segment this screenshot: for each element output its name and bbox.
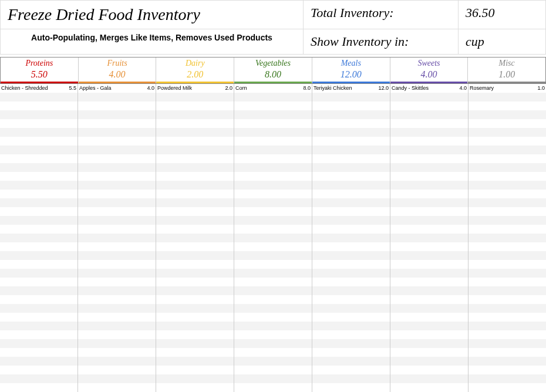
item-name-cell[interactable] [312, 278, 376, 286]
item-qty-cell[interactable] [376, 146, 390, 154]
data-row[interactable] [469, 163, 546, 172]
item-qty-cell[interactable] [532, 163, 546, 172]
item-name-cell[interactable] [78, 339, 141, 348]
data-row[interactable] [390, 339, 468, 348]
item-name-cell[interactable] [156, 102, 220, 110]
item-qty-cell[interactable] [298, 278, 312, 286]
item-qty-cell[interactable]: 2.0 [220, 84, 234, 93]
item-name-cell[interactable] [312, 286, 376, 295]
item-name-cell[interactable] [390, 339, 454, 348]
item-qty-cell[interactable] [376, 330, 390, 339]
item-name-cell[interactable] [0, 286, 63, 295]
data-row[interactable] [0, 304, 77, 313]
item-qty-cell[interactable] [141, 357, 156, 366]
data-row[interactable] [312, 304, 390, 313]
item-name-cell[interactable] [469, 119, 532, 128]
data-row[interactable] [0, 198, 77, 207]
data-row[interactable] [78, 366, 156, 374]
item-name-cell[interactable] [234, 190, 298, 198]
item-qty-cell[interactable] [220, 128, 234, 137]
data-row[interactable] [390, 374, 468, 383]
item-name-cell[interactable] [234, 251, 298, 260]
item-name-cell[interactable] [156, 128, 220, 137]
data-row[interactable] [312, 339, 390, 348]
data-row[interactable] [156, 146, 234, 154]
data-row[interactable] [0, 251, 77, 260]
data-row[interactable] [156, 119, 234, 128]
item-name-cell[interactable] [234, 322, 298, 330]
item-name-cell[interactable] [78, 366, 141, 374]
item-qty-cell[interactable] [298, 110, 312, 119]
item-qty-cell[interactable] [376, 216, 390, 225]
data-row[interactable] [469, 260, 546, 269]
data-row[interactable] [78, 234, 156, 242]
item-qty-cell[interactable] [141, 172, 156, 181]
item-name-cell[interactable] [78, 93, 141, 102]
item-qty-cell[interactable] [376, 339, 390, 348]
item-name-cell[interactable] [312, 216, 376, 225]
data-row[interactable] [156, 207, 234, 216]
item-qty-cell[interactable] [298, 198, 312, 207]
item-qty-cell[interactable] [141, 119, 156, 128]
data-row[interactable] [78, 93, 156, 102]
data-row[interactable] [234, 260, 312, 269]
item-name-cell[interactable] [234, 269, 298, 278]
item-qty-cell[interactable] [220, 383, 234, 392]
data-row[interactable] [78, 269, 156, 278]
item-qty-cell[interactable] [376, 251, 390, 260]
data-row[interactable] [156, 251, 234, 260]
item-name-cell[interactable] [469, 146, 532, 154]
data-row[interactable] [469, 225, 546, 234]
data-row[interactable] [78, 260, 156, 269]
item-qty-cell[interactable] [376, 198, 390, 207]
item-name-cell[interactable] [156, 383, 220, 392]
data-row[interactable] [156, 357, 234, 366]
item-name-cell[interactable] [0, 242, 63, 251]
item-name-cell[interactable] [0, 137, 63, 146]
data-row[interactable] [78, 295, 156, 304]
item-name-cell[interactable] [0, 216, 63, 225]
item-qty-cell[interactable] [298, 304, 312, 313]
item-name-cell[interactable] [469, 366, 532, 374]
data-row[interactable] [78, 190, 156, 198]
data-row[interactable] [0, 137, 77, 146]
data-row[interactable] [234, 269, 312, 278]
item-name-cell[interactable] [469, 348, 532, 357]
item-name-cell[interactable] [234, 225, 298, 234]
data-row[interactable] [312, 295, 390, 304]
item-name-cell[interactable] [234, 154, 298, 163]
data-row[interactable] [156, 313, 234, 322]
item-qty-cell[interactable] [63, 295, 77, 304]
data-row[interactable] [234, 93, 312, 102]
data-row[interactable]: Candy - Skittles4.0 [390, 84, 468, 93]
item-qty-cell[interactable] [376, 93, 390, 102]
item-qty-cell[interactable] [376, 374, 390, 383]
item-name-cell[interactable] [156, 154, 220, 163]
item-qty-cell[interactable] [220, 163, 234, 172]
item-name-cell[interactable]: Chicken - Shredded [0, 84, 63, 93]
item-name-cell[interactable] [234, 128, 298, 137]
item-qty-cell[interactable] [141, 322, 156, 330]
item-qty-cell[interactable] [220, 102, 234, 110]
item-name-cell[interactable] [312, 119, 376, 128]
data-row[interactable] [234, 216, 312, 225]
item-qty-cell[interactable] [63, 163, 77, 172]
data-row[interactable] [469, 198, 546, 207]
item-name-cell[interactable] [234, 181, 298, 190]
data-row[interactable] [156, 286, 234, 295]
item-name-cell[interactable] [234, 163, 298, 172]
item-qty-cell[interactable] [454, 383, 468, 392]
item-name-cell[interactable] [390, 278, 454, 286]
item-name-cell[interactable] [156, 269, 220, 278]
item-qty-cell[interactable] [220, 339, 234, 348]
item-qty-cell[interactable] [63, 348, 77, 357]
item-qty-cell[interactable] [532, 225, 546, 234]
item-qty-cell[interactable] [141, 269, 156, 278]
item-name-cell[interactable] [156, 190, 220, 198]
item-name-cell[interactable] [156, 146, 220, 154]
item-name-cell[interactable] [156, 278, 220, 286]
item-name-cell[interactable] [469, 339, 532, 348]
item-qty-cell[interactable] [298, 190, 312, 198]
item-name-cell[interactable] [390, 216, 454, 225]
item-qty-cell[interactable] [220, 225, 234, 234]
